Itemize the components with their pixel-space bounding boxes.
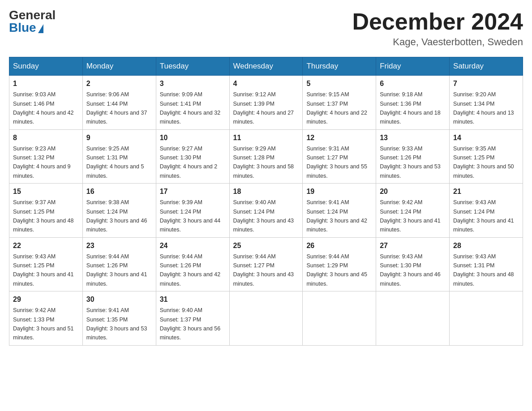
day-number: 25 — [233, 240, 299, 251]
day-number: 20 — [380, 186, 446, 197]
calendar-cell: 1Sunrise: 9:03 AMSunset: 1:46 PMDaylight… — [9, 76, 83, 130]
day-number: 28 — [453, 240, 519, 251]
calendar-week-row: 1Sunrise: 9:03 AMSunset: 1:46 PMDaylight… — [9, 76, 523, 130]
page-header: General Blue December 2024 Kage, Vaester… — [9, 9, 523, 48]
day-number: 29 — [13, 294, 79, 305]
title-section: December 2024 Kage, Vaesterbotten, Swede… — [352, 9, 523, 48]
day-number: 16 — [86, 186, 152, 197]
day-number: 19 — [306, 186, 372, 197]
day-number: 26 — [306, 240, 372, 251]
calendar-week-row: 22Sunrise: 9:43 AMSunset: 1:25 PMDayligh… — [9, 237, 523, 291]
day-info: Sunrise: 9:43 AMSunset: 1:31 PMDaylight:… — [453, 253, 514, 287]
calendar-cell — [303, 291, 376, 346]
day-number: 9 — [86, 133, 152, 143]
day-number: 7 — [453, 78, 519, 89]
day-info: Sunrise: 9:23 AMSunset: 1:32 PMDaylight:… — [13, 146, 71, 179]
day-info: Sunrise: 9:43 AMSunset: 1:30 PMDaylight:… — [380, 253, 441, 287]
calendar-cell: 26Sunrise: 9:44 AMSunset: 1:29 PMDayligh… — [303, 237, 376, 291]
day-info: Sunrise: 9:43 AMSunset: 1:24 PMDaylight:… — [453, 199, 514, 233]
calendar-cell: 30Sunrise: 9:41 AMSunset: 1:35 PMDayligh… — [82, 291, 156, 346]
day-info: Sunrise: 9:27 AMSunset: 1:30 PMDaylight:… — [160, 146, 218, 179]
day-info: Sunrise: 9:06 AMSunset: 1:44 PMDaylight:… — [86, 91, 147, 125]
day-number: 2 — [86, 78, 152, 89]
calendar-cell: 5Sunrise: 9:15 AMSunset: 1:37 PMDaylight… — [303, 76, 376, 130]
day-number: 24 — [160, 240, 226, 251]
calendar-cell: 7Sunrise: 9:20 AMSunset: 1:34 PMDaylight… — [450, 76, 523, 130]
calendar-week-row: 8Sunrise: 9:23 AMSunset: 1:32 PMDaylight… — [9, 129, 523, 184]
day-info: Sunrise: 9:44 AMSunset: 1:26 PMDaylight:… — [86, 253, 147, 287]
location-text: Kage, Vaesterbotten, Sweden — [352, 36, 523, 48]
calendar-cell: 12Sunrise: 9:31 AMSunset: 1:27 PMDayligh… — [303, 129, 376, 184]
day-number: 10 — [160, 133, 226, 143]
column-header-thursday: Thursday — [303, 57, 376, 76]
calendar-cell: 17Sunrise: 9:39 AMSunset: 1:24 PMDayligh… — [156, 184, 229, 238]
calendar-cell: 29Sunrise: 9:42 AMSunset: 1:33 PMDayligh… — [9, 291, 83, 346]
day-info: Sunrise: 9:43 AMSunset: 1:25 PMDaylight:… — [13, 253, 74, 287]
day-info: Sunrise: 9:20 AMSunset: 1:34 PMDaylight:… — [453, 91, 514, 125]
calendar-cell: 16Sunrise: 9:38 AMSunset: 1:24 PMDayligh… — [82, 184, 156, 238]
day-number: 6 — [380, 78, 446, 89]
day-number: 4 — [233, 78, 299, 89]
logo-triangle-icon — [38, 24, 43, 33]
day-info: Sunrise: 9:37 AMSunset: 1:25 PMDaylight:… — [13, 199, 74, 233]
calendar-cell — [376, 291, 450, 346]
column-header-wednesday: Wednesday — [229, 57, 303, 76]
day-info: Sunrise: 9:41 AMSunset: 1:35 PMDaylight:… — [86, 307, 147, 341]
calendar-cell: 22Sunrise: 9:43 AMSunset: 1:25 PMDayligh… — [9, 237, 83, 291]
day-info: Sunrise: 9:29 AMSunset: 1:28 PMDaylight:… — [233, 146, 294, 179]
calendar-cell: 20Sunrise: 9:42 AMSunset: 1:24 PMDayligh… — [376, 184, 450, 238]
day-number: 3 — [160, 78, 226, 89]
calendar-cell: 18Sunrise: 9:40 AMSunset: 1:24 PMDayligh… — [229, 184, 303, 238]
day-info: Sunrise: 9:42 AMSunset: 1:24 PMDaylight:… — [380, 199, 441, 233]
day-number: 31 — [160, 294, 226, 305]
calendar-cell: 25Sunrise: 9:44 AMSunset: 1:27 PMDayligh… — [229, 237, 303, 291]
day-info: Sunrise: 9:44 AMSunset: 1:29 PMDaylight:… — [306, 253, 367, 287]
month-title: December 2024 — [352, 9, 523, 34]
day-info: Sunrise: 9:40 AMSunset: 1:37 PMDaylight:… — [160, 307, 221, 341]
day-info: Sunrise: 9:33 AMSunset: 1:26 PMDaylight:… — [380, 146, 441, 179]
day-number: 11 — [233, 133, 299, 143]
day-info: Sunrise: 9:40 AMSunset: 1:24 PMDaylight:… — [233, 199, 294, 233]
column-header-sunday: Sunday — [9, 57, 83, 76]
day-info: Sunrise: 9:31 AMSunset: 1:27 PMDaylight:… — [306, 146, 367, 179]
day-info: Sunrise: 9:44 AMSunset: 1:26 PMDaylight:… — [160, 253, 221, 287]
day-number: 14 — [453, 133, 519, 143]
day-info: Sunrise: 9:44 AMSunset: 1:27 PMDaylight:… — [233, 253, 294, 287]
column-header-monday: Monday — [82, 57, 156, 76]
day-info: Sunrise: 9:38 AMSunset: 1:24 PMDaylight:… — [86, 199, 147, 233]
day-number: 30 — [86, 294, 152, 305]
logo-general-text: General — [9, 9, 56, 21]
calendar-header-row: SundayMondayTuesdayWednesdayThursdayFrid… — [9, 57, 523, 76]
day-number: 22 — [13, 240, 79, 251]
calendar-cell: 21Sunrise: 9:43 AMSunset: 1:24 PMDayligh… — [450, 184, 523, 238]
column-header-saturday: Saturday — [450, 57, 523, 76]
day-number: 15 — [13, 186, 79, 197]
column-header-friday: Friday — [376, 57, 450, 76]
day-number: 1 — [13, 78, 79, 89]
calendar-cell: 24Sunrise: 9:44 AMSunset: 1:26 PMDayligh… — [156, 237, 229, 291]
calendar-week-row: 15Sunrise: 9:37 AMSunset: 1:25 PMDayligh… — [9, 184, 523, 238]
day-info: Sunrise: 9:25 AMSunset: 1:31 PMDaylight:… — [86, 146, 144, 179]
day-info: Sunrise: 9:03 AMSunset: 1:46 PMDaylight:… — [13, 91, 74, 125]
day-number: 8 — [13, 133, 79, 143]
day-info: Sunrise: 9:18 AMSunset: 1:36 PMDaylight:… — [380, 91, 441, 125]
calendar-cell: 8Sunrise: 9:23 AMSunset: 1:32 PMDaylight… — [9, 129, 83, 184]
day-number: 21 — [453, 186, 519, 197]
calendar-cell: 14Sunrise: 9:35 AMSunset: 1:25 PMDayligh… — [450, 129, 523, 184]
calendar-cell — [450, 291, 523, 346]
day-number: 23 — [86, 240, 152, 251]
day-info: Sunrise: 9:15 AMSunset: 1:37 PMDaylight:… — [306, 91, 367, 125]
calendar-cell: 2Sunrise: 9:06 AMSunset: 1:44 PMDaylight… — [82, 76, 156, 130]
day-info: Sunrise: 9:41 AMSunset: 1:24 PMDaylight:… — [306, 199, 367, 233]
calendar-cell: 31Sunrise: 9:40 AMSunset: 1:37 PMDayligh… — [156, 291, 229, 346]
day-info: Sunrise: 9:35 AMSunset: 1:25 PMDaylight:… — [453, 146, 514, 179]
calendar-cell: 13Sunrise: 9:33 AMSunset: 1:26 PMDayligh… — [376, 129, 450, 184]
day-number: 5 — [306, 78, 372, 89]
calendar-cell: 27Sunrise: 9:43 AMSunset: 1:30 PMDayligh… — [376, 237, 450, 291]
day-number: 27 — [380, 240, 446, 251]
calendar-cell: 19Sunrise: 9:41 AMSunset: 1:24 PMDayligh… — [303, 184, 376, 238]
calendar-table: SundayMondayTuesdayWednesdayThursdayFrid… — [9, 57, 523, 346]
day-number: 13 — [380, 133, 446, 143]
logo-blue-text: Blue — [9, 21, 43, 34]
calendar-cell: 28Sunrise: 9:43 AMSunset: 1:31 PMDayligh… — [450, 237, 523, 291]
